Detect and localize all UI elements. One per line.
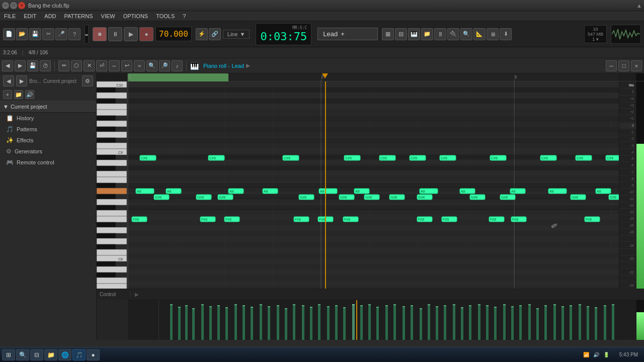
step-seq-button[interactable]: ▤ bbox=[395, 28, 407, 40]
sidebar-item-generators[interactable]: ⚙ Generators bbox=[0, 146, 96, 157]
start-button[interactable]: ⊞ bbox=[2, 349, 15, 360]
mini-waveform bbox=[611, 25, 641, 44]
svg-text:F#8: F#8 bbox=[225, 218, 231, 221]
snap-button[interactable]: 📐 bbox=[473, 28, 486, 40]
sidebar-add[interactable]: + bbox=[3, 90, 12, 99]
chain-button[interactable]: 🔗 bbox=[209, 28, 221, 40]
maximize-roll[interactable]: □ bbox=[618, 60, 629, 71]
task-fl-studio[interactable]: 🎵 bbox=[72, 349, 86, 360]
svg-text:A8: A8 bbox=[264, 190, 268, 193]
generators-icon: ⚙ bbox=[6, 148, 12, 155]
download-button[interactable]: ⬇ bbox=[500, 28, 512, 40]
minimize-roll[interactable]: ─ bbox=[606, 60, 617, 71]
pause-button[interactable]: ⏸ bbox=[108, 27, 122, 41]
svg-rect-205 bbox=[335, 305, 338, 306]
piano-keyboard[interactable]: C10 C9 bbox=[97, 81, 128, 289]
glue-tool[interactable]: ≈ bbox=[134, 60, 145, 71]
lead-selector[interactable]: Lead + bbox=[317, 28, 378, 40]
piano-roll-button[interactable]: 🎹 bbox=[408, 28, 420, 40]
select-tool[interactable]: ⬡ bbox=[71, 60, 82, 71]
zoom-out-tool[interactable]: 🔎 bbox=[159, 60, 170, 71]
zoom-in-tool[interactable]: 🔍 bbox=[146, 60, 157, 71]
task-search[interactable]: 🔍 bbox=[16, 349, 29, 360]
sidebar-fwd[interactable]: ▶ bbox=[16, 75, 27, 86]
bpm-display[interactable]: 70.000 bbox=[155, 27, 192, 41]
sidebar-item-history[interactable]: 📋 History bbox=[0, 113, 96, 124]
browser-button[interactable]: 📁 bbox=[421, 28, 433, 40]
sidebar-folder[interactable]: 📁 bbox=[14, 90, 23, 99]
plugin-button[interactable]: 🔌 bbox=[447, 28, 459, 40]
menu-patterns[interactable]: PATTERNS bbox=[62, 13, 95, 19]
mic-button[interactable]: 🎤 bbox=[55, 28, 67, 40]
svg-text:C#9: C#9 bbox=[411, 156, 417, 160]
menu-options[interactable]: OPTIONS bbox=[121, 13, 150, 19]
task-edge[interactable]: 🌐 bbox=[58, 349, 71, 360]
clock-button[interactable]: ⏱ bbox=[40, 60, 51, 71]
task-file-explorer[interactable]: 📁 bbox=[44, 349, 57, 360]
pencil-tool[interactable]: ✏ bbox=[58, 60, 69, 71]
master-volume-slider[interactable] bbox=[85, 25, 89, 44]
menu-help[interactable]: ? bbox=[181, 13, 188, 19]
svg-rect-181 bbox=[234, 304, 237, 305]
svg-rect-10 bbox=[97, 127, 116, 132]
patterns-icon: 🎵 bbox=[6, 126, 14, 133]
menu-view[interactable]: VIEW bbox=[99, 13, 117, 19]
sidebar-toggle[interactable]: ⚙ bbox=[82, 75, 93, 86]
svg-rect-248 bbox=[511, 306, 514, 307]
save-roll-button[interactable]: 💾 bbox=[27, 60, 38, 71]
pitch-n23 bbox=[619, 276, 636, 282]
roll-grid[interactable]: C#9 C#9 C#9 C#9 C#9 C#9 C#9 C#9 bbox=[128, 81, 619, 289]
open-button[interactable]: 📂 bbox=[16, 28, 28, 40]
sidebar-item-remote[interactable]: 🎮 Remote control bbox=[0, 157, 96, 168]
menu-add[interactable]: ADD bbox=[42, 13, 58, 19]
svg-rect-62 bbox=[128, 99, 619, 104]
svg-rect-28 bbox=[97, 222, 116, 227]
cut-button[interactable]: ✂ bbox=[42, 28, 54, 40]
pitch-n10: -10 bbox=[619, 189, 636, 195]
loop-tool[interactable]: ↩ bbox=[121, 60, 132, 71]
task-chrome[interactable]: ● bbox=[87, 349, 100, 360]
menu-tools[interactable]: TOOLS bbox=[154, 13, 177, 19]
svg-rect-191 bbox=[277, 305, 279, 306]
control-arrow: ▶ bbox=[135, 292, 139, 297]
mixer-button[interactable]: ⚡ bbox=[196, 28, 208, 40]
pitch-sidebar: Wa 5 +4 +3 +2 +1 0 -1 -2 -3 -4 -5 -6 -7 … bbox=[619, 81, 636, 289]
maximize-button[interactable]: □ bbox=[10, 2, 17, 9]
nav-back-button[interactable]: ◀ bbox=[2, 60, 13, 71]
save-button[interactable]: 💾 bbox=[29, 28, 41, 40]
menu-file[interactable]: FILE bbox=[2, 13, 18, 19]
menu-edit[interactable]: EDIT bbox=[22, 13, 38, 19]
sidebar-item-effects[interactable]: ✨ Effects bbox=[0, 135, 96, 146]
magnet-tool[interactable]: ⏎ bbox=[96, 60, 107, 71]
sidebar-item-patterns[interactable]: 🎵 Patterns bbox=[0, 124, 96, 135]
svg-rect-256 bbox=[544, 305, 547, 306]
sidebar-breadcrumb: Bro... bbox=[29, 78, 41, 84]
close-button[interactable]: × bbox=[18, 2, 25, 9]
move-tool[interactable]: ↔ bbox=[109, 60, 120, 71]
stop-button[interactable]: ■ bbox=[93, 27, 107, 41]
volume-tool[interactable]: ♪ bbox=[172, 60, 183, 71]
new-button[interactable]: 📄 bbox=[3, 28, 15, 40]
line-selector[interactable]: Line ▼ bbox=[223, 30, 250, 39]
sidebar-speaker[interactable]: 🔊 bbox=[25, 90, 34, 99]
sidebar-back[interactable]: ◀ bbox=[3, 75, 14, 86]
screen-button[interactable]: 🖥 bbox=[487, 28, 499, 40]
task-view[interactable]: ⊟ bbox=[30, 349, 43, 360]
minimize-button[interactable]: ─ bbox=[2, 2, 9, 9]
svg-rect-242 bbox=[486, 305, 489, 306]
nav-fwd-button[interactable]: ▶ bbox=[15, 60, 26, 71]
playlist-button[interactable]: ▦ bbox=[382, 28, 394, 40]
zoom-button[interactable]: 🔍 bbox=[460, 28, 472, 40]
play-button[interactable]: ▶ bbox=[124, 27, 138, 41]
playhead-triangle bbox=[322, 73, 328, 78]
deselect-tool[interactable]: ✕ bbox=[84, 60, 95, 71]
close-roll[interactable]: × bbox=[631, 60, 642, 71]
mixer-open-button[interactable]: 🎚 bbox=[434, 28, 446, 40]
time-prefix: MR:S:C bbox=[260, 26, 307, 30]
battery-icon: 🔋 bbox=[602, 351, 610, 359]
help-button[interactable]: ? bbox=[68, 28, 80, 40]
svg-rect-250 bbox=[519, 305, 522, 306]
svg-text:C#9: C#9 bbox=[607, 156, 613, 160]
svg-rect-255 bbox=[544, 306, 547, 340]
record-button[interactable]: ● bbox=[139, 27, 153, 41]
